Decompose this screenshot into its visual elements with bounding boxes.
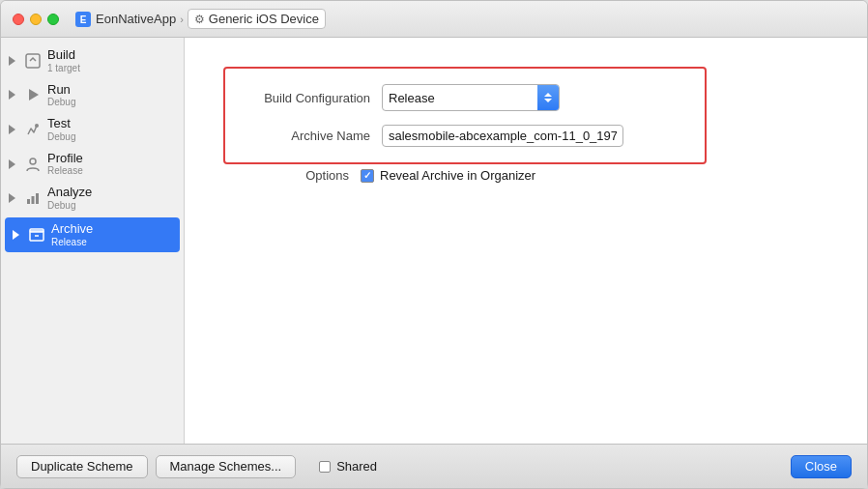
manage-schemes-button[interactable]: Manage Schemes... [156, 455, 297, 478]
build-text: Build 1 target [47, 47, 80, 74]
archive-name-input[interactable] [382, 125, 623, 147]
profile-text: Profile Release [47, 151, 83, 178]
archive-text: Archive Release [51, 221, 93, 248]
breadcrumb: E EonNativeApp › ⚙ Generic iOS Device [74, 9, 326, 29]
archive-name-label: Archive Name [245, 129, 370, 143]
title-bar: E EonNativeApp › ⚙ Generic iOS Device [1, 1, 867, 38]
build-sub: 1 target [47, 63, 80, 74]
run-sub: Debug [47, 97, 75, 108]
main-panel: Build Configuration Release [185, 38, 867, 444]
breadcrumb-sep: › [180, 14, 184, 25]
svg-marker-3 [29, 89, 39, 101]
archive-sub: Release [51, 237, 93, 248]
svg-rect-2 [26, 54, 40, 68]
build-name: Build [47, 47, 80, 63]
svg-point-5 [30, 158, 36, 164]
arrow-up-icon [544, 93, 552, 97]
select-arrow-icon [537, 85, 559, 110]
maximize-traffic-btn[interactable] [47, 14, 59, 25]
close-button[interactable]: Close [791, 455, 852, 478]
svg-text:E: E [80, 14, 87, 25]
sidebar: Build 1 target Run Debug [1, 38, 185, 444]
options-label: Options [223, 168, 349, 183]
breadcrumb-app[interactable]: E EonNativeApp [74, 11, 176, 28]
reveal-archive-label: Reveal Archive in Organizer [380, 168, 535, 183]
traffic-lights [13, 14, 59, 25]
main-window: E EonNativeApp › ⚙ Generic iOS Device [0, 0, 868, 489]
sidebar-item-profile[interactable]: Profile Release [1, 147, 184, 182]
arrow-inner [544, 93, 552, 102]
close-traffic-btn[interactable] [13, 14, 24, 25]
analyze-sub: Debug [47, 200, 92, 212]
triangle-right-active-icon [13, 230, 19, 240]
triangle-right-icon [9, 56, 15, 66]
build-config-label: Build Configuration [245, 91, 370, 105]
device-name-label: Generic iOS Device [209, 12, 319, 26]
run-icon [22, 84, 43, 105]
triangle-right-icon [9, 90, 15, 100]
build-config-select[interactable]: Release [383, 88, 537, 108]
test-text: Test Debug [47, 116, 75, 143]
build-config-select-wrapper[interactable]: Release [382, 84, 560, 111]
svg-rect-7 [32, 196, 35, 204]
triangle-right-icon [9, 193, 15, 203]
profile-sub: Release [47, 165, 83, 177]
config-section: Build Configuration Release [223, 67, 707, 164]
app-name-label: EonNativeApp [96, 12, 176, 26]
app-icon: E [74, 11, 92, 28]
triangle-right-icon [9, 125, 15, 134]
arrow-down-icon [544, 99, 552, 102]
expand-profile-btn[interactable] [5, 158, 18, 171]
sidebar-item-archive[interactable]: Archive Release [5, 217, 180, 252]
checkbox-row[interactable]: ✓ Reveal Archive in Organizer [361, 168, 535, 183]
expand-test-btn[interactable] [5, 123, 18, 136]
run-name: Run [47, 82, 75, 98]
archive-name-row: Archive Name [245, 125, 685, 147]
expand-run-btn[interactable] [5, 88, 18, 101]
sidebar-item-run[interactable]: Run Debug [1, 78, 184, 113]
expand-build-btn[interactable] [5, 54, 18, 68]
content-area: Build 1 target Run Debug [1, 38, 867, 444]
svg-rect-6 [27, 199, 30, 204]
profile-icon [22, 154, 43, 175]
breadcrumb-device[interactable]: ⚙ Generic iOS Device [188, 9, 326, 29]
analyze-icon [22, 187, 43, 209]
shared-label: Shared [336, 459, 377, 474]
checkmark-icon: ✓ [363, 170, 371, 181]
test-icon [22, 119, 43, 140]
reveal-archive-checkbox[interactable]: ✓ [361, 169, 374, 183]
profile-name: Profile [47, 151, 83, 166]
archive-name: Archive [51, 221, 93, 237]
shared-checkbox[interactable] [319, 461, 331, 473]
duplicate-scheme-button[interactable]: Duplicate Scheme [16, 455, 148, 478]
archive-icon [26, 224, 47, 245]
sidebar-item-test[interactable]: Test Debug [1, 112, 184, 147]
minimize-traffic-btn[interactable] [30, 14, 42, 25]
options-row: Options ✓ Reveal Archive in Organizer [223, 168, 828, 183]
analyze-name: Analyze [47, 185, 92, 200]
build-config-row: Build Configuration Release [245, 84, 685, 111]
triangle-right-icon [9, 159, 15, 169]
svg-rect-8 [36, 193, 39, 204]
expand-archive-btn[interactable] [9, 228, 22, 242]
test-name: Test [47, 116, 75, 131]
analyze-text: Analyze Debug [47, 185, 92, 212]
svg-point-4 [35, 124, 39, 128]
test-sub: Debug [47, 131, 75, 143]
build-icon [22, 50, 43, 72]
sidebar-item-build[interactable]: Build 1 target [1, 43, 184, 78]
key-icon: ⚙ [194, 13, 205, 26]
bottom-bar: Duplicate Scheme Manage Schemes... Share… [1, 444, 867, 488]
expand-analyze-btn[interactable] [5, 191, 18, 205]
shared-row: Shared [319, 459, 377, 474]
run-text: Run Debug [47, 82, 75, 109]
sidebar-item-analyze[interactable]: Analyze Debug [1, 181, 184, 216]
